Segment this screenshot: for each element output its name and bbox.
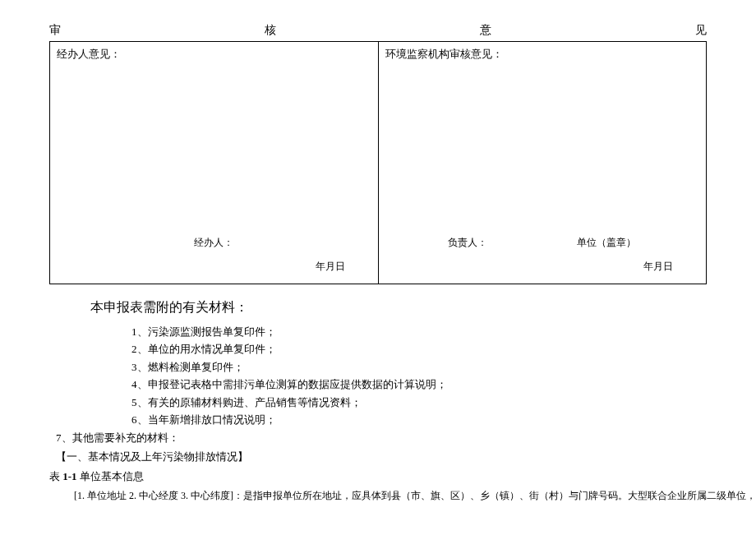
footnote-text: [1. 单位地址 2. 中心经度 3. 中心纬度]：是指申报单位所在地址，应具体… — [74, 489, 707, 503]
attachments-list: 1、污染源监测报告单复印件； 2、单位的用水情况单复印件； 3、燃料检测单复印件… — [131, 323, 707, 429]
agency-opinion-title: 环境监察机构审核意见： — [385, 47, 700, 62]
review-header: 审 核 意 见 — [49, 23, 707, 38]
table-1-1-heading: 表 1-1 单位基本信息 — [49, 469, 707, 484]
handler-signer-label: 经办人： — [194, 236, 233, 250]
section-heading: 【一、基本情况及上年污染物排放情况】 — [56, 450, 707, 464]
attachments-heading: 本申报表需附的有关材料： — [90, 299, 707, 316]
review-opinion-table: 经办人意见： 经办人： 年月日 环境监察机构审核意见： 负责人： 单位（盖章） … — [49, 41, 707, 284]
list-item: 4、申报登记表格中需排污单位测算的数据应提供数据的计算说明； — [131, 376, 707, 393]
agency-opinion-cell: 环境监察机构审核意见： 负责人： 单位（盖章） 年月日 — [378, 42, 707, 284]
responsible-person-label: 负责人： — [448, 236, 487, 250]
handler-opinion-cell: 经办人意见： 经办人： 年月日 — [50, 42, 379, 284]
handler-opinion-title: 经办人意见： — [57, 47, 371, 62]
list-item: 6、当年新增排放口情况说明； — [131, 411, 707, 428]
table-number: 1-1 — [60, 470, 80, 482]
table-prefix: 表 — [49, 470, 60, 482]
header-char-1: 审 — [49, 23, 61, 38]
agency-date: 年月日 — [403, 260, 682, 274]
header-char-2: 核 — [265, 23, 276, 38]
list-item: 3、燃料检测单复印件； — [131, 358, 707, 376]
header-char-3: 意 — [480, 23, 491, 38]
list-item-7: 7、其他需要补充的材料： — [56, 431, 707, 445]
handler-date: 年月日 — [75, 260, 353, 274]
list-item: 2、单位的用水情况单复印件； — [131, 340, 707, 357]
unit-stamp-label: 单位（盖章） — [577, 236, 636, 250]
table-name: 单位基本信息 — [80, 470, 144, 482]
header-char-4: 见 — [695, 23, 707, 38]
list-item: 5、有关的原辅材料购进、产品销售等情况资料； — [131, 394, 707, 411]
list-item: 1、污染源监测报告单复印件； — [131, 323, 707, 340]
